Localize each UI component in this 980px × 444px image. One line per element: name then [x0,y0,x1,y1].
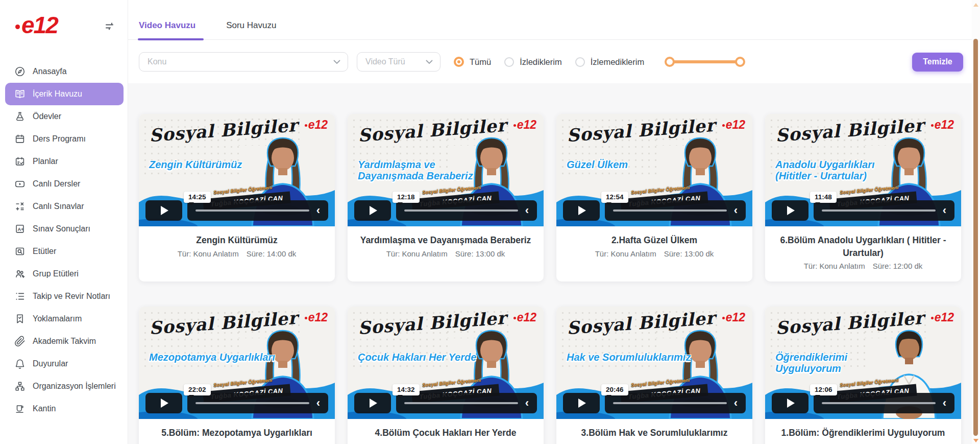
video-duration: Süre: 13:00 dk [455,249,505,258]
progress-bar[interactable]: ‹ [396,393,537,413]
video-card[interactable]: Sosyal Bilgiler e12 Hak ve Sorumluluklar… [556,307,752,444]
sidebar-item-label: Akademik Takvim [33,337,96,346]
sidebar-item-icerik-havuzu[interactable]: İçerik Havuzu [5,83,124,105]
progress-bar[interactable]: ‹ [187,393,328,413]
video-card[interactable]: Sosyal Bilgiler e12 Yardımlaşma ve Dayan… [348,114,544,282]
tab-soru-havuzu[interactable]: Soru Havuzu [226,20,276,39]
progress-bar[interactable]: ‹ [396,200,537,221]
progress-bar[interactable]: ‹ [605,200,746,221]
radio-label: İzlediklerim [520,57,562,67]
play-icon [787,399,795,408]
play-icon [787,206,795,215]
video-card[interactable]: Sosyal Bilgiler e12 Güzel Ülkem Sosyal B… [556,114,752,282]
slider-handle-min[interactable] [665,57,675,67]
video-card[interactable]: Sosyal Bilgiler e12 Anadolu Uygarlıkları… [765,114,961,282]
video-thumbnail[interactable]: Sosyal Bilgiler e12 Güzel Ülkem Sosyal B… [556,114,752,226]
play-button[interactable] [563,200,600,221]
sidebar-item-yoklamalarim[interactable]: Yoklamalarım [0,308,128,330]
collapse-chevron-icon[interactable]: ‹ [734,205,738,216]
sidebar-item-anasayfa[interactable]: Anasayfa [0,60,128,83]
progress-bar[interactable]: ‹ [187,200,328,221]
sidebar-item-sinav-sonuclari[interactable]: A+ Sınav Sonuçları [0,218,128,240]
video-card[interactable]: Sosyal Bilgiler e12 Öğrendiklerimi Uygul… [765,307,961,444]
duration-range-slider[interactable] [665,56,745,67]
sidebar-item-grup-etutleri[interactable]: Grup Etütleri [0,263,128,285]
progress-track [613,209,727,212]
sidebar-item-etutler[interactable]: Etütler [0,240,128,263]
video-thumbnail[interactable]: Sosyal Bilgiler e12 Zengin Kültürümüz So… [139,114,335,226]
sidebar-item-duyurular[interactable]: Duyurular [0,353,128,375]
video-player-controls: ‹ [772,200,954,221]
video-thumbnail[interactable]: Sosyal Bilgiler e12 Hak ve Sorumluluklar… [556,307,752,419]
sidebar-item-odevler[interactable]: Ödevler [0,105,128,128]
scroll-down-arrow-icon[interactable] [973,439,978,442]
sidebar-item-takip-revir[interactable]: Takip ve Revir Notları [0,285,128,308]
sidebar-item-ders-programi[interactable]: Ders Programı [0,128,128,150]
play-button[interactable] [772,393,808,413]
play-button[interactable] [145,200,182,221]
collapse-chevron-icon[interactable]: ‹ [734,398,738,408]
sidebar-item-kantin[interactable]: Kantin [0,398,128,420]
tab-video-havuzu[interactable]: Video Havuzu [139,20,195,39]
play-button[interactable] [145,393,182,413]
time-tooltip: 20:46 [601,384,628,395]
scroll-up-arrow-icon[interactable] [973,3,978,7]
progress-track [822,402,936,404]
play-button[interactable] [772,200,808,221]
progress-bar[interactable]: ‹ [814,393,954,413]
play-button[interactable] [354,200,391,221]
play-button[interactable] [354,393,391,413]
progress-track [195,402,309,404]
konu-select[interactable]: Konu [139,52,348,72]
video-meta: Tür: Konu Anlatım Süre: 13:00 dk [566,249,743,258]
video-title: 5.Bölüm: Mezopotamya Uygarlıkları [148,427,326,439]
radio-tumu[interactable]: Tümü [454,57,491,67]
collapse-chevron-icon[interactable]: ‹ [943,205,946,216]
flask-icon [14,111,26,122]
sidebar-item-planlar[interactable]: Planlar [0,150,128,173]
video-info: 6.Bölüm Anadolu Uygarlıkları ( Hititler … [765,226,961,282]
watch-filter-radios: Tümü İzlediklerim İzlemediklerim [454,57,644,67]
video-thumbnail[interactable]: Sosyal Bilgiler e12 Mezopotamya Uygarlık… [139,307,335,419]
collapse-chevron-icon[interactable]: ‹ [525,205,529,216]
progress-bar[interactable]: ‹ [605,393,746,413]
progress-bar[interactable]: ‹ [814,200,954,221]
play-icon [578,399,586,408]
sidebar-item-canli-sinavlar[interactable]: Canlı Sınavlar [0,195,128,218]
collapse-chevron-icon[interactable]: ‹ [525,398,529,408]
video-thumbnail[interactable]: Sosyal Bilgiler e12 Yardımlaşma ve Dayan… [348,114,544,226]
collapse-menu-icon[interactable] [104,20,115,34]
video-thumbnail[interactable]: Sosyal Bilgiler e12 Öğrendiklerimi Uygul… [765,307,961,419]
radio-izlediklerim[interactable]: İzlediklerim [504,57,562,67]
e12-logo: e12 [305,311,328,324]
video-player-controls: ‹ [563,200,746,221]
video-thumbnail[interactable]: Sosyal Bilgiler e12 Anadolu Uygarlıkları… [765,114,961,226]
sidebar-item-canli-dersler[interactable]: Canlı Dersler [0,173,128,195]
video-duration: Süre: 13:00 dk [664,249,714,258]
sidebar-item-label: Ödevler [33,112,61,121]
thumb-topic-title: Anadolu Uygarlıkları (Hititler - Urartul… [775,159,875,182]
sidebar-item-akademik-takvim[interactable]: Akademik Takvim [0,330,128,353]
slider-handle-max[interactable] [735,57,745,67]
play-button[interactable] [563,393,600,413]
clear-filters-button[interactable]: Temizle [912,53,963,72]
collapse-chevron-icon[interactable]: ‹ [943,398,946,408]
video-card[interactable]: Sosyal Bilgiler e12 Zengin Kültürümüz So… [139,114,335,282]
video-thumbnail[interactable]: Sosyal Bilgiler e12 Çocuk Hakları Her Ye… [348,307,544,419]
group-add-icon [14,268,26,279]
video-type: Tür: Konu Anlatım [386,249,448,258]
video-card[interactable]: Sosyal Bilgiler e12 Çocuk Hakları Her Ye… [348,307,544,444]
radio-izlemediklerim[interactable]: İzlemediklerim [575,57,644,67]
thumb-topic-title: Güzel Ülkem [567,159,628,170]
collapse-chevron-icon[interactable]: ‹ [316,398,320,408]
video-card[interactable]: Sosyal Bilgiler e12 Mezopotamya Uygarlık… [139,307,335,444]
radio-label: İzlemediklerim [591,57,644,67]
sidebar-item-organizasyon[interactable]: Organizasyon İşlemleri [0,375,128,398]
video-turu-select[interactable]: Video Türü [357,52,440,72]
video-grid: Sosyal Bilgiler e12 Zengin Kültürümüz So… [128,83,980,444]
collapse-chevron-icon[interactable]: ‹ [316,205,320,216]
compass-icon [14,66,26,77]
video-player-controls: ‹ [354,393,537,413]
video-type: Tür: Konu Anlatım [804,262,865,270]
scrollbar-thumb[interactable] [973,39,978,436]
